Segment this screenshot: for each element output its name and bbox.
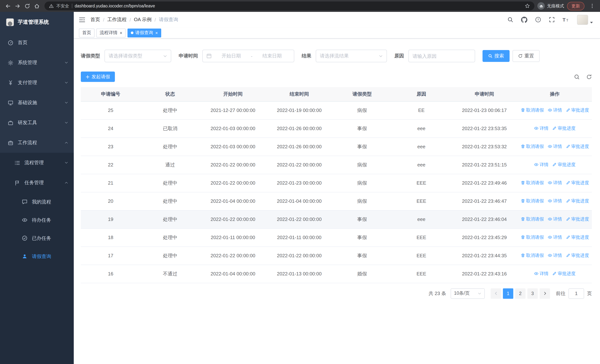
action-progress-link[interactable]: 审批进度 [566, 198, 589, 204]
action-progress-link[interactable]: 审批进度 [566, 252, 589, 259]
cell-type: 病假 [332, 101, 392, 119]
apply-time-range-picker[interactable]: 开始日期 - 结束日期 [202, 50, 294, 62]
action-cancel-link[interactable]: 取消请假 [521, 198, 544, 204]
action-detail-link[interactable]: 详情 [548, 107, 562, 113]
sidebar-collapse-icon[interactable] [79, 17, 85, 22]
url-text: dashboard.yudao.iocoder.cn/bpm/oa/leave [75, 4, 155, 8]
reason-input[interactable] [408, 50, 475, 62]
action-detail-link[interactable]: 详情 [534, 125, 548, 131]
sidebar-item-infrastructure[interactable]: 基础设施 [0, 93, 74, 113]
github-icon[interactable] [521, 17, 527, 23]
refresh-table-icon[interactable] [586, 74, 592, 80]
action-cancel-link[interactable]: 取消请假 [521, 216, 544, 222]
incognito-badge: 无痕模式 [537, 2, 564, 10]
action-detail-link[interactable]: 详情 [548, 198, 562, 204]
cell-end: 2022-01-26 00:00:00 [266, 138, 332, 156]
cell-actions: 详情审批进度 [518, 156, 592, 174]
page-size-select[interactable]: 10条/页 [451, 288, 485, 299]
action-detail-link[interactable]: 详情 [548, 252, 562, 259]
browser-forward-icon[interactable] [13, 1, 22, 11]
leave-type-select[interactable]: 请选择请假类型 [104, 50, 171, 62]
sidebar-menu: 首页系统管理支付管理基础设施研发工具工作流程流程管理任务管理我的流程待办任务已办… [0, 33, 74, 265]
page-button-2[interactable]: 2 [515, 288, 525, 299]
user-avatar[interactable] [577, 15, 593, 25]
action-cancel-link[interactable]: 取消请假 [521, 252, 544, 259]
page-button-3[interactable]: 3 [527, 288, 538, 299]
tab-process-detail[interactable]: 流程详情× [96, 28, 126, 37]
sidebar-item-workflow[interactable]: 工作流程 [0, 133, 74, 153]
breadcrumb-item[interactable]: OA 示例 [134, 16, 151, 23]
sidebar-item-todo-tasks[interactable]: 待办任务 [0, 211, 74, 229]
browser-update-button[interactable]: 更新 [567, 2, 584, 10]
reset-button[interactable]: 重置 [513, 50, 540, 62]
next-page-button[interactable] [540, 288, 550, 299]
prev-page-button[interactable] [491, 288, 501, 299]
cell-type: 事假 [332, 210, 392, 228]
browser-back-icon[interactable] [3, 1, 13, 11]
action-progress-link[interactable]: 审批进度 [566, 180, 589, 186]
cell-start: 2022-01-11 00:00:00 [200, 228, 266, 246]
action-cancel-link[interactable]: 取消请假 [521, 107, 544, 113]
breadcrumb-item[interactable]: 工作流程 [107, 16, 127, 23]
result-select[interactable]: 请选择流结果 [316, 50, 387, 62]
font-size-icon[interactable]: TT [562, 17, 569, 22]
sidebar-item-process-management[interactable]: 流程管理 [0, 153, 74, 173]
infra-icon [7, 100, 14, 105]
cell-type: 病假 [332, 156, 392, 174]
action-progress-link[interactable]: 审批进度 [552, 162, 576, 168]
tab-home[interactable]: 首页 [79, 28, 94, 37]
browser-reload-icon[interactable] [22, 1, 32, 11]
action-detail-link[interactable]: 详情 [548, 143, 562, 150]
search-icon[interactable] [507, 17, 513, 23]
goto-page-input[interactable] [569, 288, 584, 299]
svg-text:T: T [562, 17, 565, 22]
navbar-actions: ? TT [507, 15, 593, 25]
action-progress-link[interactable]: 审批进度 [566, 107, 589, 113]
action-cancel-link[interactable]: 取消请假 [521, 234, 544, 241]
browser-address-bar[interactable]: 不安全 dashboard.yudao.iocoder.cn/bpm/oa/le… [45, 1, 534, 10]
app-logo[interactable]: 芋道管理系统 [0, 12, 74, 33]
action-label: 取消请假 [526, 107, 544, 113]
fullscreen-icon[interactable] [549, 17, 555, 23]
action-detail-link[interactable]: 详情 [534, 162, 548, 168]
browser-menu-icon[interactable] [587, 1, 597, 11]
bookmark-star-icon[interactable] [525, 3, 530, 9]
action-detail-link[interactable]: 详情 [548, 216, 562, 222]
action-label: 详情 [540, 162, 548, 168]
sidebar-item-done-tasks[interactable]: 已办任务 [0, 229, 74, 247]
tab-close-icon[interactable]: × [155, 31, 158, 35]
sidebar-item-payment-management[interactable]: 支付管理 [0, 73, 74, 93]
breadcrumb-item[interactable]: 首页 [90, 16, 100, 23]
action-detail-link[interactable]: 详情 [548, 180, 562, 186]
sidebar-item-home[interactable]: 首页 [0, 33, 74, 53]
action-progress-link[interactable]: 审批进度 [552, 125, 576, 131]
action-progress-link[interactable]: 审批进度 [552, 271, 576, 277]
action-label: 审批进度 [571, 216, 589, 222]
sidebar-item-dev-tools[interactable]: 研发工具 [0, 113, 74, 133]
action-detail-link[interactable]: 详情 [534, 271, 548, 277]
sidebar-item-leave-query[interactable]: 请假查询 [0, 247, 74, 265]
tab-leave-query[interactable]: 请假查询× [128, 28, 161, 37]
browser-home-icon[interactable] [32, 1, 41, 11]
cell-reason: EEE [392, 174, 451, 192]
address-bar-divider [72, 4, 72, 8]
tab-close-icon[interactable]: × [120, 31, 122, 35]
toggle-search-icon[interactable] [574, 74, 580, 80]
cell-status: 不通过 [141, 265, 200, 283]
page-button-1[interactable]: 1 [503, 288, 513, 299]
action-cancel-link[interactable]: 取消请假 [521, 143, 544, 150]
cell-actions: 取消请假详情审批进度 [518, 138, 592, 156]
action-cancel-link[interactable]: 取消请假 [521, 180, 544, 186]
search-button[interactable]: 搜索 [483, 50, 510, 62]
table-header-row: 申请编号状态开始时间结束时间请假类型原因申请时间操作 [81, 87, 592, 101]
sidebar-item-my-process[interactable]: 我的流程 [0, 193, 74, 211]
action-progress-link[interactable]: 审批进度 [566, 234, 589, 241]
help-icon[interactable]: ? [535, 17, 541, 23]
create-leave-button[interactable]: 发起请假 [81, 72, 115, 82]
action-progress-link[interactable]: 审批进度 [566, 143, 589, 150]
action-detail-link[interactable]: 详情 [548, 234, 562, 241]
sidebar-item-system-management[interactable]: 系统管理 [0, 53, 74, 73]
sidebar-item-task-management[interactable]: 任务管理 [0, 173, 74, 193]
result-placeholder: 请选择流结果 [320, 53, 349, 59]
action-progress-link[interactable]: 审批进度 [566, 216, 589, 222]
